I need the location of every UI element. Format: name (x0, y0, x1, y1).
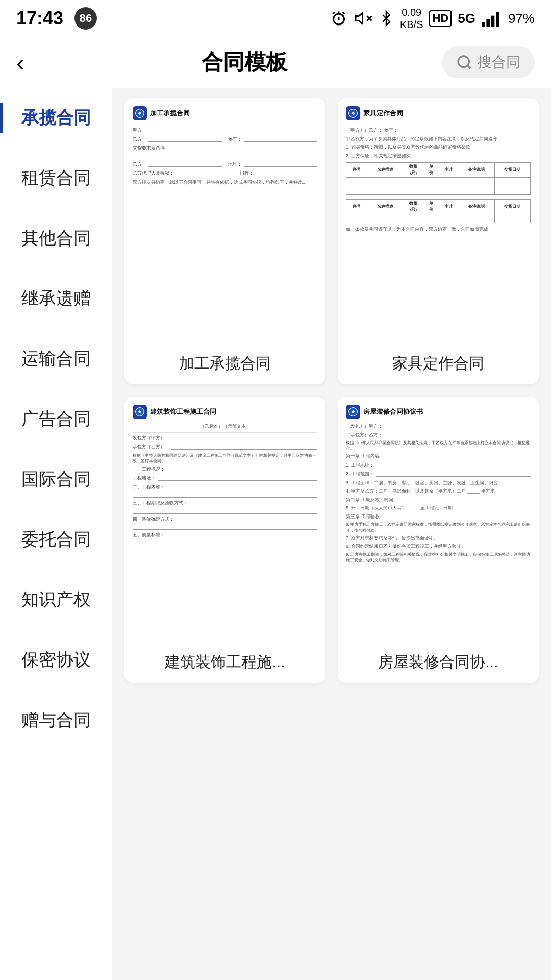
card-preview-jiagong: 加工承揽合同 甲方： 乙方：签于： 交货要求及条件： 乙方：地址： 乙方代理人及… (124, 98, 325, 343)
network-type: 5G (458, 11, 475, 27)
main-layout: 承揽合同 租赁合同 其他合同 继承遗赠 运输合同 广告合同 国际合同 委托合同 … (0, 88, 551, 980)
sidebar-item-jicheng[interactable]: 继承遗赠 (0, 268, 112, 329)
card-preview-jiaju: 家具定作合同 （甲方方）乙方： 签于： 甲乙双方，为了买卖具体商品，约定条款如下… (338, 98, 539, 343)
doc-logo-fangwu (346, 405, 360, 419)
contract-card-jiagong[interactable]: 加工承揽合同 甲方： 乙方：签于： 交货要求及条件： 乙方：地址： 乙方代理人及… (124, 98, 325, 384)
page-title: 合同模板 (47, 48, 442, 77)
status-time: 17:43 (16, 8, 63, 29)
sidebar-item-guoji[interactable]: 国际合同 (0, 449, 112, 509)
doc-title-fangwu: 房屋装修合同协议书 (363, 407, 423, 417)
alarm-icon (330, 9, 348, 28)
doc-fangwu: 房屋装修合同协议书 （发包方）甲方： （承包方）乙方： 根据《中华人民共和国合同… (346, 405, 531, 565)
doc-jiagong: 加工承揽合同 甲方： 乙方：签于： 交货要求及条件： 乙方：地址： 乙方代理人及… (133, 106, 317, 187)
doc-title-jianzhu: 建筑装饰工程施工合同 (150, 407, 216, 417)
sidebar-item-chenglanbao[interactable]: 承揽合同 (0, 88, 112, 148)
doc-title-jiagong: 加工承揽合同 (150, 108, 190, 118)
back-button[interactable]: ‹ (16, 48, 47, 77)
sidebar-item-baomi[interactable]: 保密协议 (0, 630, 112, 690)
card-label-jiaju: 家具定作合同 (338, 343, 539, 384)
status-right: 0.09 KB/S HD 5G 97% (330, 6, 535, 31)
svg-rect-5 (482, 22, 485, 27)
doc-logo-jiaju (346, 106, 360, 120)
sidebar-item-zulian[interactable]: 租赁合同 (0, 148, 112, 208)
sidebar-item-weituo[interactable]: 委托合同 (0, 509, 112, 570)
sidebar-item-yunshu[interactable]: 运输合同 (0, 329, 112, 389)
sidebar-item-guanggao[interactable]: 广告合同 (0, 389, 112, 449)
battery-level: 97% (508, 11, 535, 27)
doc-logo-jiagong (133, 106, 147, 120)
doc-jiaju: 家具定作合同 （甲方方）乙方： 签于： 甲乙双方，为了买卖具体商品，约定条款如下… (346, 106, 531, 235)
card-label-jiagong: 加工承揽合同 (124, 343, 325, 384)
status-bar: 17:43 86 0.09 KB/S HD 5G 97% (0, 0, 551, 37)
status-left: 17:43 86 (16, 7, 97, 30)
header: ‹ 合同模板 搜合同 (0, 37, 551, 88)
network-speed: 0.09 KB/S (400, 6, 423, 31)
sidebar: 承揽合同 租赁合同 其他合同 继承遗赠 运输合同 广告合同 国际合同 委托合同 … (0, 88, 112, 980)
doc-logo-jianzhu (133, 405, 147, 419)
svg-rect-7 (491, 16, 495, 27)
search-icon (456, 54, 472, 70)
status-badge: 86 (74, 7, 97, 30)
bluetooth-icon (379, 9, 394, 28)
sidebar-item-zhishi[interactable]: 知识产权 (0, 570, 112, 630)
svg-rect-8 (496, 12, 499, 27)
sidebar-item-zengyu[interactable]: 赠与合同 (0, 690, 112, 750)
card-label-jianzhu: 建筑装饰工程施... (124, 642, 325, 683)
sidebar-item-qita[interactable]: 其他合同 (0, 208, 112, 268)
search-label: 搜合同 (478, 53, 520, 72)
contract-card-jiaju[interactable]: 家具定作合同 （甲方方）乙方： 签于： 甲乙双方，为了买卖具体商品，约定条款如下… (338, 98, 539, 384)
card-label-fangwu: 房屋装修合同协... (338, 642, 539, 683)
contract-card-fangwu[interactable]: 房屋装修合同协议书 （发包方）甲方： （承包方）乙方： 根据《中华人民共和国合同… (338, 397, 539, 683)
doc-jianzhu: 建筑装饰工程施工合同 （乙标准）（示范文本） 发包方（甲方）： 承包方（乙方）：… (133, 405, 317, 541)
search-button[interactable]: 搜合同 (442, 46, 535, 78)
svg-rect-6 (486, 19, 490, 27)
mute-icon (354, 9, 372, 28)
svg-marker-2 (356, 13, 363, 24)
contract-card-jianzhu[interactable]: 建筑装饰工程施工合同 （乙标准）（示范文本） 发包方（甲方）： 承包方（乙方）：… (124, 397, 325, 683)
svg-line-10 (467, 65, 470, 68)
signal-icon (482, 9, 502, 28)
card-preview-jianzhu: 建筑装饰工程施工合同 （乙标准）（示范文本） 发包方（甲方）： 承包方（乙方）：… (124, 397, 325, 642)
card-preview-fangwu: 房屋装修合同协议书 （发包方）甲方： （承包方）乙方： 根据《中华人民共和国合同… (338, 397, 539, 642)
svg-point-9 (458, 56, 469, 67)
doc-title-jiaju: 家具定作合同 (363, 108, 403, 118)
hd-badge: HD (429, 10, 452, 27)
content-grid: 加工承揽合同 甲方： 乙方：签于： 交货要求及条件： 乙方：地址： 乙方代理人及… (112, 88, 551, 980)
